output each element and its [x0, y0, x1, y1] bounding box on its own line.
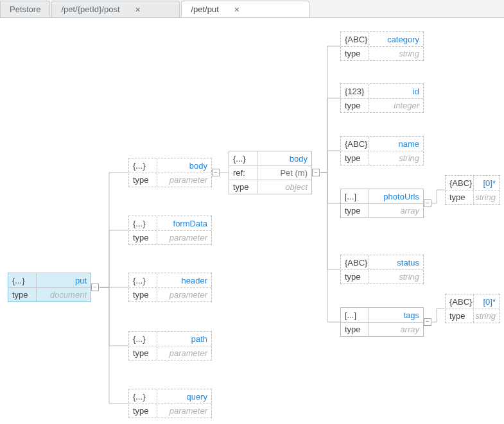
tab-bar: Petstore /pet/{petId}/post × /pet/put × — [0, 0, 504, 18]
ref-value: Pet (m) — [257, 168, 311, 178]
expand-toggle[interactable]: − — [424, 199, 431, 207]
kind-badge: {ABC} — [341, 137, 369, 151]
type-value: parameter — [157, 175, 211, 185]
type-label: type — [129, 231, 157, 244]
type-value: object — [257, 182, 311, 192]
type-label: type — [129, 346, 157, 360]
tab-petstore[interactable]: Petstore — [0, 1, 50, 17]
node-array-item-tags[interactable]: {ABC}[0]* typestring — [445, 294, 500, 323]
node-title: [0]* — [474, 297, 500, 307]
node-title: body — [257, 154, 311, 164]
expand-toggle[interactable]: − — [212, 169, 220, 176]
type-value: array — [369, 206, 423, 216]
node-param-path[interactable]: {...}path typeparameter — [128, 331, 212, 360]
type-label: type — [341, 47, 369, 60]
tab-label: /pet/{petId}/post — [61, 4, 119, 14]
kind-badge: {...} — [229, 151, 257, 165]
kind-badge: {ABC} — [341, 32, 369, 46]
node-title: path — [157, 334, 211, 344]
kind-badge: {...} — [129, 332, 157, 346]
type-label: type — [341, 323, 369, 336]
type-label: type — [129, 404, 157, 418]
node-title: category — [369, 35, 423, 44]
tab-pet-post[interactable]: /pet/{petId}/post × — [51, 1, 180, 17]
type-value: string — [474, 311, 500, 321]
type-label: type — [129, 288, 157, 301]
node-title: body — [157, 161, 211, 171]
type-value: string — [369, 153, 423, 163]
type-label: type — [446, 191, 474, 204]
type-label: type — [341, 204, 369, 217]
node-field-tags[interactable]: [...]tags typearray — [340, 307, 424, 337]
type-value: array — [369, 325, 423, 334]
type-label: type — [8, 288, 37, 301]
type-value: string — [369, 272, 423, 282]
node-field-name[interactable]: {ABC}name typestring — [340, 136, 424, 165]
kind-badge: {...} — [129, 158, 157, 173]
type-value: parameter — [157, 348, 211, 358]
type-label: type — [129, 173, 157, 187]
tab-label: /pet/put — [191, 4, 218, 14]
kind-badge: [...] — [341, 189, 369, 203]
type-label: type — [341, 151, 369, 165]
type-value: parameter — [157, 406, 211, 416]
tab-label: Petstore — [10, 4, 40, 14]
kind-badge: {...} — [129, 273, 157, 287]
type-label: type — [341, 270, 369, 284]
type-value: string — [369, 49, 423, 58]
node-title: photoUrls — [369, 192, 423, 201]
node-title: tags — [369, 310, 423, 320]
kind-badge: {ABC} — [341, 255, 369, 269]
node-title: name — [369, 139, 423, 149]
kind-badge: {123} — [341, 84, 369, 98]
type-value: parameter — [157, 290, 211, 300]
node-param-body[interactable]: {...}body typeparameter — [128, 158, 212, 187]
type-label: type — [341, 99, 369, 112]
expand-toggle[interactable]: − — [424, 318, 431, 326]
node-title: header — [157, 276, 211, 285]
type-value: integer — [369, 101, 423, 110]
kind-badge: {...} — [129, 216, 157, 230]
node-title: formData — [157, 219, 211, 228]
node-field-id[interactable]: {123}id typeinteger — [340, 83, 424, 113]
node-body-object[interactable]: {...}body ref:Pet (m) typeobject — [229, 151, 312, 194]
type-label: type — [229, 180, 257, 194]
node-field-photourls[interactable]: [...]photoUrls typearray — [340, 189, 424, 218]
type-value: parameter — [157, 233, 211, 242]
type-value: string — [474, 192, 500, 202]
kind-badge: [...] — [341, 308, 369, 322]
expand-toggle[interactable]: − — [91, 284, 99, 291]
kind-badge: {...} — [8, 273, 37, 287]
node-field-status[interactable]: {ABC}status typestring — [340, 255, 424, 284]
kind-badge: {...} — [129, 389, 157, 403]
node-param-formdata[interactable]: {...}formData typeparameter — [128, 216, 212, 245]
kind-badge: {ABC} — [446, 294, 474, 309]
node-title: [0]* — [474, 178, 500, 188]
expand-toggle[interactable]: − — [312, 169, 320, 176]
close-icon[interactable]: × — [234, 5, 239, 14]
type-label: type — [446, 309, 474, 323]
tab-pet-put[interactable]: /pet/put × — [181, 1, 309, 17]
node-title: put — [37, 276, 91, 285]
node-root-put[interactable]: {...} put type document — [8, 273, 91, 302]
kind-badge: {ABC} — [446, 176, 474, 190]
node-title: id — [369, 87, 423, 96]
type-value: document — [37, 290, 91, 300]
node-field-category[interactable]: {ABC}category typestring — [340, 31, 424, 61]
node-param-header[interactable]: {...}header typeparameter — [128, 273, 212, 302]
ref-label: ref: — [229, 166, 257, 180]
connectors — [0, 0, 504, 424]
node-array-item-photourls[interactable]: {ABC}[0]* typestring — [445, 175, 500, 205]
node-title: query — [157, 392, 211, 402]
close-icon[interactable]: × — [135, 5, 141, 14]
node-param-query[interactable]: {...}query typeparameter — [128, 389, 212, 418]
diagram-canvas: { "tabs": [ {"label":"Petstore","closabl… — [0, 0, 504, 424]
node-title: status — [369, 258, 423, 267]
